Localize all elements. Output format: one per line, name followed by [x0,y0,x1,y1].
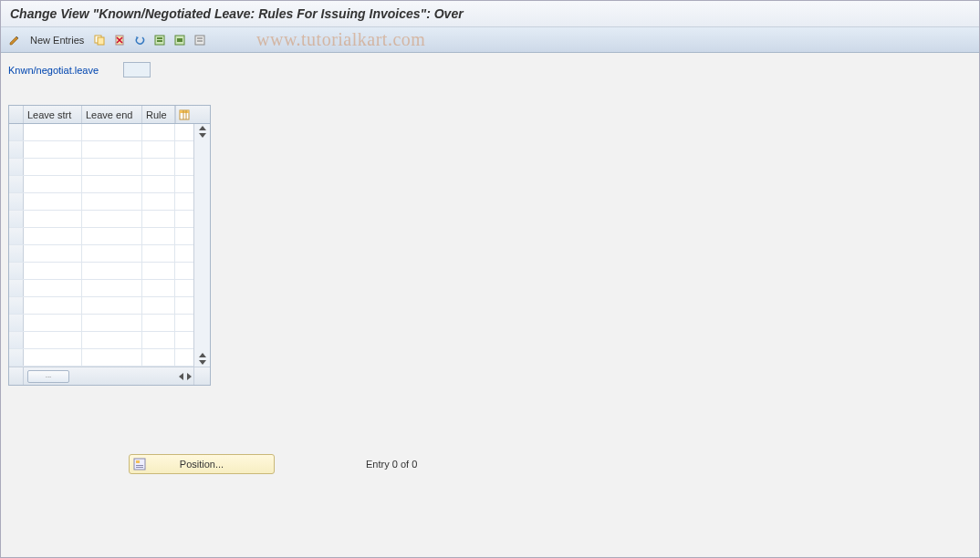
scroll-down-icon[interactable] [199,133,206,138]
table-row[interactable] [9,280,193,297]
row-selector[interactable] [9,263,24,279]
delete-button[interactable] [111,32,128,48]
grid-footer: ... [9,367,210,385]
cell-leave-start[interactable] [24,159,82,175]
cell-leave-start[interactable] [24,124,82,140]
cell-leave-end[interactable] [82,228,142,244]
table-row[interactable] [9,332,193,349]
cell-leave-start[interactable] [24,245,82,262]
scroll-left-icon[interactable] [179,373,183,380]
column-header-rule[interactable]: Rule [142,106,175,123]
cell-rule[interactable] [142,332,175,348]
toggle-edit-button[interactable] [6,32,23,48]
cell-rule[interactable] [142,141,175,158]
scroll-down-icon[interactable] [199,360,206,365]
table-row[interactable] [9,297,193,315]
column-header-leave-start[interactable]: Leave strt [24,106,82,123]
cell-rule[interactable] [142,228,175,244]
cell-rule[interactable] [142,245,175,262]
cell-leave-start[interactable] [24,141,82,158]
cell-leave-start[interactable] [24,349,82,366]
deselect-icon [193,34,206,46]
row-selector[interactable] [9,159,24,175]
row-selector[interactable] [9,245,24,262]
grid-select-all-header[interactable] [9,106,24,123]
table-row[interactable] [9,228,193,245]
row-selector[interactable] [9,332,24,348]
scroll-up-icon[interactable] [199,353,206,357]
row-selector[interactable] [9,141,24,158]
cell-rule[interactable] [142,315,175,331]
cell-rule[interactable] [142,176,175,192]
scroll-up-icon[interactable] [199,126,206,130]
svg-rect-7 [157,40,162,42]
table-row[interactable] [9,349,193,367]
cell-leave-end[interactable] [82,263,142,279]
row-selector[interactable] [9,176,24,192]
grid-config-button[interactable] [175,106,192,123]
cell-leave-start[interactable] [24,211,82,227]
cell-leave-end[interactable] [82,193,142,210]
table-row[interactable] [9,263,193,280]
cell-leave-start[interactable] [24,297,82,314]
row-selector[interactable] [9,315,24,331]
scroll-right-icon[interactable] [187,373,192,380]
new-entries-button[interactable]: New Entries [26,35,88,46]
cell-leave-end[interactable] [82,315,142,331]
table-row[interactable] [9,141,193,159]
cell-leave-start[interactable] [24,280,82,296]
cell-leave-start[interactable] [24,228,82,244]
cell-leave-start[interactable] [24,193,82,210]
select-all-button[interactable] [151,32,168,48]
table-row[interactable] [9,211,193,228]
cell-rule[interactable] [142,263,175,279]
row-selector[interactable] [9,349,24,366]
cell-leave-end[interactable] [82,211,142,227]
cell-leave-end[interactable] [82,159,142,175]
svg-rect-18 [136,460,140,463]
grid-footer-selector[interactable] [9,367,24,385]
cell-leave-end[interactable] [82,332,142,348]
table-row[interactable] [9,124,193,141]
grid-footer-more-button[interactable]: ... [27,370,69,383]
table-row[interactable] [9,193,193,211]
cell-leave-end[interactable] [82,141,142,158]
cell-leave-end[interactable] [82,280,142,296]
row-selector[interactable] [9,193,24,210]
cell-leave-start[interactable] [24,263,82,279]
column-header-leave-end[interactable]: Leave end [82,106,142,123]
cell-leave-start[interactable] [24,332,82,348]
cell-rule[interactable] [142,193,175,210]
row-selector[interactable] [9,124,24,140]
table-row[interactable] [9,315,193,332]
known-negotiated-leave-link[interactable]: Knwn/negotiat.leave [8,65,118,76]
cell-leave-start[interactable] [24,315,82,331]
cell-leave-end[interactable] [82,297,142,314]
table-row[interactable] [9,176,193,193]
cell-rule[interactable] [142,159,175,175]
cell-rule[interactable] [142,280,175,296]
row-selector[interactable] [9,297,24,314]
cell-leave-end[interactable] [82,176,142,192]
select-block-button[interactable] [172,32,188,48]
grid-vertical-scrollbar[interactable] [193,124,210,367]
position-button[interactable]: Position... [129,454,275,474]
table-row[interactable] [9,245,193,263]
cell-leave-start[interactable] [24,176,82,192]
cell-leave-end[interactable] [82,245,142,262]
deselect-all-button[interactable] [192,32,208,48]
cell-rule[interactable] [142,349,175,366]
grid-horizontal-scrollbar[interactable] [179,373,193,380]
cell-rule[interactable] [142,297,175,314]
known-negotiated-leave-input[interactable] [123,62,151,78]
table-row[interactable] [9,159,193,176]
cell-leave-end[interactable] [82,349,142,366]
row-selector[interactable] [9,280,24,296]
undo-button[interactable] [131,32,148,48]
cell-leave-end[interactable] [82,124,142,140]
row-selector[interactable] [9,228,24,244]
cell-rule[interactable] [142,124,175,140]
row-selector[interactable] [9,211,24,227]
cell-rule[interactable] [142,211,175,227]
copy-button[interactable] [91,32,108,48]
